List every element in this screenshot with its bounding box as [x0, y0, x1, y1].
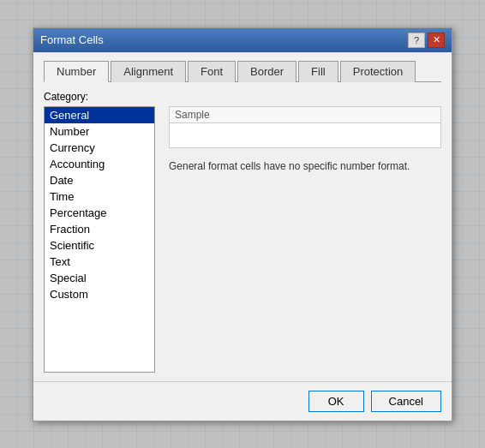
category-item-scientific[interactable]: Scientific: [45, 237, 154, 254]
category-list[interactable]: General Number Currency Accounting Date …: [44, 106, 155, 373]
category-label: Category:: [44, 91, 441, 103]
tab-content: Category: General Number Currency Accoun…: [44, 91, 441, 373]
tab-number[interactable]: Number: [44, 61, 109, 82]
category-item-fraction[interactable]: Fraction: [45, 221, 154, 237]
title-bar: Format Cells ? ✕: [33, 28, 452, 52]
category-item-accounting[interactable]: Accounting: [45, 156, 154, 172]
format-description: General format cells have no specific nu…: [169, 158, 441, 174]
help-button[interactable]: ?: [408, 33, 425, 48]
category-item-currency[interactable]: Currency: [45, 140, 154, 156]
tab-border[interactable]: Border: [237, 61, 296, 82]
category-item-special[interactable]: Special: [45, 270, 154, 286]
sample-group: Sample: [169, 106, 441, 148]
category-item-custom[interactable]: Custom: [45, 286, 154, 302]
right-panel: Sample General format cells have no spec…: [169, 106, 441, 373]
cancel-button[interactable]: Cancel: [371, 391, 441, 412]
close-button[interactable]: ✕: [428, 33, 445, 48]
category-item-general[interactable]: General: [45, 107, 154, 123]
category-item-number[interactable]: Number: [45, 123, 154, 140]
category-item-date[interactable]: Date: [45, 172, 154, 188]
title-bar-buttons: ? ✕: [408, 33, 445, 48]
left-panel: General Number Currency Accounting Date …: [44, 106, 155, 373]
category-item-time[interactable]: Time: [45, 188, 154, 205]
tab-alignment[interactable]: Alignment: [111, 61, 186, 82]
category-item-text[interactable]: Text: [45, 254, 154, 270]
dialog-title: Format Cells: [40, 33, 104, 46]
tab-font[interactable]: Font: [188, 61, 236, 82]
dialog-content: Number Alignment Font Border Fill Protec…: [33, 52, 452, 381]
tab-fill[interactable]: Fill: [298, 61, 338, 82]
sample-label: Sample: [170, 107, 440, 123]
tab-protection[interactable]: Protection: [340, 61, 416, 82]
tabs-container: Number Alignment Font Border Fill Protec…: [44, 61, 441, 82]
dialog-footer: OK Cancel: [33, 381, 452, 421]
sample-value: [170, 123, 440, 147]
main-area: General Number Currency Accounting Date …: [44, 106, 441, 373]
category-item-percentage[interactable]: Percentage: [45, 205, 154, 221]
format-cells-dialog: Format Cells ? ✕ Number Alignment Font B…: [33, 27, 452, 421]
ok-button[interactable]: OK: [308, 391, 364, 412]
